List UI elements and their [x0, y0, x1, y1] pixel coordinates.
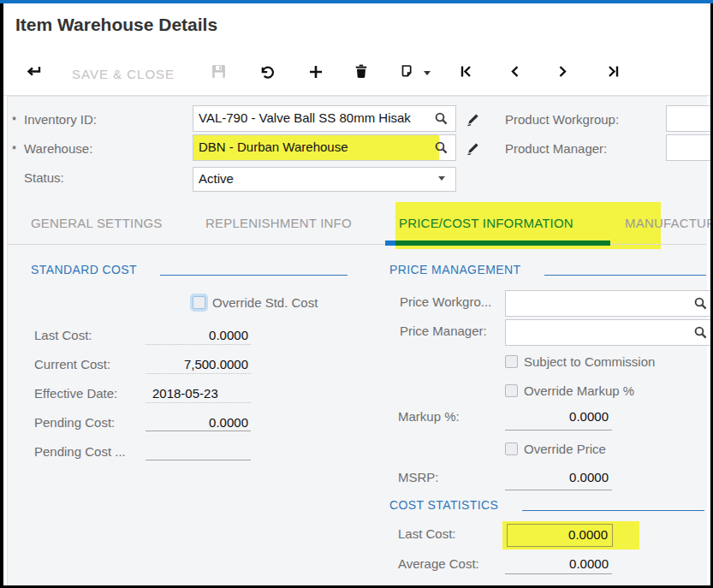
- current-cost-underline: [146, 373, 251, 374]
- save-close-button: SAVE & CLOSE: [72, 67, 175, 81]
- required-marker: *: [12, 143, 16, 156]
- active-tab-underline-blue: [385, 241, 395, 246]
- pending-cost-label: Pending Cost:: [34, 415, 115, 430]
- pending-cost-underline: [146, 431, 251, 431]
- tab-manufacturing[interactable]: MANUFACTURING: [625, 216, 710, 230]
- last-record-button[interactable]: [606, 64, 621, 79]
- override-std-cost-checkbox[interactable]: [193, 296, 205, 309]
- price-management-section-title: PRICE MANAGEMENT: [389, 263, 520, 276]
- status-label: Status:: [24, 170, 64, 185]
- status-value: Active: [199, 171, 421, 186]
- subject-to-commission-label: Subject to Commission: [524, 354, 655, 369]
- price-workgroup-label: Price Workgro...: [400, 294, 491, 309]
- warehouse-value: DBN - Durban Warehouse: [199, 140, 428, 154]
- inventory-id-value: VAL-790 - Valve Ball SS 80mm Hisak: [199, 110, 428, 125]
- required-marker: *: [12, 114, 16, 127]
- average-cost-label: Average Cost:: [398, 556, 479, 571]
- next-record-button[interactable]: [556, 64, 570, 79]
- previous-record-button[interactable]: [508, 64, 521, 79]
- price-manager-label: Price Manager:: [400, 324, 487, 338]
- product-workgroup-label: Product Workgroup:: [505, 112, 619, 127]
- tab-general-settings[interactable]: GENERAL SETTINGS: [31, 216, 163, 230]
- override-price-label: Override Price: [524, 442, 606, 456]
- effective-date-underline: [146, 402, 251, 403]
- first-record-button[interactable]: [458, 64, 473, 79]
- page-title: Item Warehouse Details: [15, 15, 217, 35]
- subject-to-commission-checkbox[interactable]: [505, 355, 518, 368]
- override-price-checkbox[interactable]: [505, 442, 518, 455]
- clipboard-menu-caret[interactable]: [424, 71, 431, 75]
- last-cost-value: 0.0000: [146, 328, 248, 342]
- add-record-button[interactable]: [308, 64, 324, 80]
- product-manager-label: Product Manager:: [505, 141, 607, 156]
- price-workgroup-field[interactable]: [505, 290, 710, 317]
- pending-cost-date-label: Pending Cost ...: [34, 444, 126, 459]
- product-manager-field[interactable]: [666, 134, 710, 161]
- average-cost-value: 0.0000: [505, 556, 609, 571]
- status-dropdown-caret[interactable]: [438, 176, 445, 181]
- tab-price-cost-information[interactable]: PRICE/COST INFORMATION: [399, 216, 573, 230]
- warehouse-lookup-icon[interactable]: [434, 140, 449, 155]
- override-std-cost-label: Override Std. Cost: [212, 295, 318, 310]
- current-cost-value: 7,500.0000: [146, 357, 248, 371]
- standard-cost-section-title: STANDARD COST: [31, 263, 137, 276]
- price-workgroup-lookup-icon[interactable]: [693, 296, 708, 311]
- stats-last-cost-label: Last Cost:: [398, 526, 456, 541]
- cost-statistics-section-line: [522, 510, 704, 511]
- product-workgroup-field[interactable]: [666, 105, 710, 132]
- markup-value[interactable]: 0.0000: [505, 409, 609, 424]
- msrp-value[interactable]: 0.0000: [505, 470, 609, 484]
- markup-underline: [505, 430, 612, 431]
- app-window: Item Warehouse Details SAVE & CLOSE: [3, 3, 710, 585]
- override-markup-label: Override Markup %: [524, 383, 634, 398]
- cost-statistics-section-title: COST STATISTICS: [389, 498, 498, 512]
- inventory-id-lookup-icon[interactable]: [434, 111, 449, 126]
- warehouse-label: Warehouse:: [24, 141, 92, 156]
- last-cost-label: Last Cost:: [34, 328, 92, 342]
- pending-cost-date-underline: [146, 460, 251, 460]
- markup-label: Markup %:: [398, 409, 460, 424]
- effective-date-value: 2018-05-23: [152, 386, 218, 401]
- save-icon: [211, 63, 227, 80]
- screenshot-frame: Item Warehouse Details SAVE & CLOSE: [0, 0, 713, 588]
- delete-record-button[interactable]: [354, 63, 369, 79]
- price-management-section-line: [544, 275, 706, 276]
- warehouse-edit-pencil-icon[interactable]: [466, 140, 481, 156]
- tab-replenishment-info[interactable]: REPLENISHMENT INFO: [205, 216, 352, 230]
- back-button[interactable]: [24, 64, 42, 79]
- current-cost-label: Current Cost:: [34, 357, 110, 371]
- clipboard-icon[interactable]: [400, 63, 414, 79]
- price-manager-field[interactable]: [505, 319, 710, 346]
- override-markup-checkbox[interactable]: [505, 384, 518, 397]
- msrp-underline: [505, 490, 612, 490]
- stats-last-cost-value: 0.0000: [507, 527, 608, 542]
- pending-cost-value[interactable]: 0.0000: [146, 415, 248, 430]
- standard-cost-section-line: [160, 275, 348, 276]
- inventory-id-label: Inventory ID:: [24, 112, 97, 127]
- msrp-label: MSRP:: [398, 470, 439, 484]
- inventory-id-edit-pencil-icon[interactable]: [466, 111, 481, 127]
- average-cost-underline: [505, 573, 612, 574]
- price-manager-lookup-icon[interactable]: [693, 325, 708, 340]
- last-cost-underline: [146, 344, 251, 345]
- effective-date-label: Effective Date:: [34, 386, 117, 401]
- undo-icon[interactable]: [259, 65, 276, 79]
- active-tab-underline: [395, 241, 610, 246]
